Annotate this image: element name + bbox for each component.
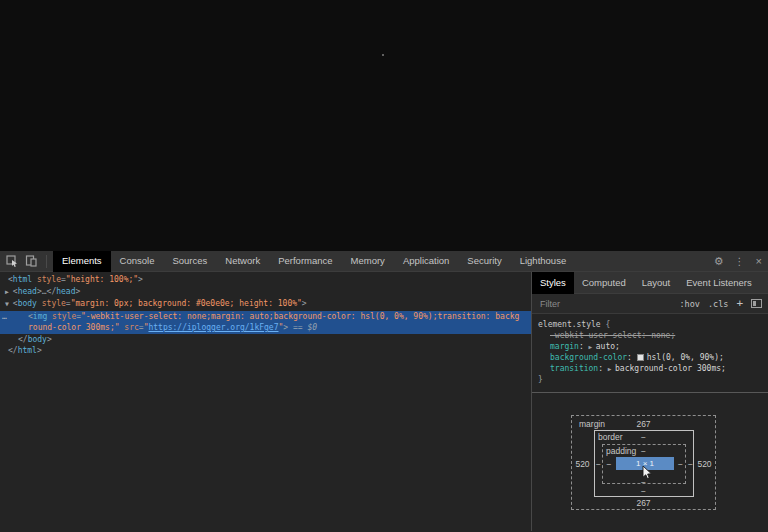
more-actions-icon[interactable]: … bbox=[2, 311, 8, 323]
settings-icon[interactable]: ⚙ bbox=[714, 251, 724, 272]
css-declaration[interactable]: -webkit-user-select: none; bbox=[538, 330, 762, 341]
padding-top-value[interactable]: − bbox=[571, 446, 716, 456]
devtools-tabs: ElementsConsoleSourcesNetworkPerformance… bbox=[53, 251, 575, 272]
css-declaration[interactable]: background-color: hsl(0, 0%, 90%); bbox=[538, 352, 762, 363]
styles-filter-row: :hov .cls + bbox=[532, 294, 768, 314]
padding-left-value[interactable]: − bbox=[602, 459, 616, 469]
expand-value-icon[interactable]: ▶ bbox=[608, 365, 615, 372]
rule-close-brace: } bbox=[538, 374, 762, 385]
tab-lighthouse[interactable]: Lighthouse bbox=[511, 251, 575, 272]
page-viewport bbox=[0, 0, 768, 251]
tab-elements[interactable]: Elements bbox=[53, 251, 111, 272]
rendered-image-dot bbox=[382, 54, 384, 56]
color-swatch[interactable] bbox=[637, 354, 644, 361]
devtools-toolbar: ElementsConsoleSourcesNetworkPerformance… bbox=[0, 251, 768, 272]
tab-performance[interactable]: Performance bbox=[269, 251, 341, 272]
sidebar-section-divider bbox=[532, 392, 768, 393]
box-model-diagram: 1 × 1 margin border padding 267 − − − − … bbox=[571, 415, 716, 511]
tab--[interactable]: » bbox=[760, 272, 768, 294]
dom-tree-row[interactable]: </body> bbox=[0, 334, 531, 346]
element-classes-toggle[interactable]: .cls bbox=[708, 299, 728, 309]
rule-declarations: -webkit-user-select: none;margin: ▶ auto… bbox=[538, 330, 762, 374]
tab-network[interactable]: Network bbox=[216, 251, 269, 272]
toolbar-divider bbox=[46, 255, 47, 268]
device-toolbar-icon[interactable] bbox=[25, 255, 37, 267]
tab-memory[interactable]: Memory bbox=[342, 251, 394, 272]
devtools-panel: ElementsConsoleSourcesNetworkPerformance… bbox=[0, 251, 768, 532]
tab-security[interactable]: Security bbox=[458, 251, 510, 272]
filter-actions: :hov .cls + bbox=[679, 297, 762, 310]
tab-computed[interactable]: Computed bbox=[574, 272, 634, 294]
sidebar-layout-toggle-icon[interactable] bbox=[751, 299, 762, 308]
toolbar-left-icons bbox=[0, 255, 53, 268]
dom-tree-row[interactable]: ▼ <body style="margin: 0px; background: … bbox=[0, 298, 531, 311]
close-icon[interactable]: × bbox=[756, 251, 762, 272]
dom-tree-row[interactable]: <html style="height: 100%;"> bbox=[0, 274, 531, 286]
rule-selector-line[interactable]: element.style { bbox=[538, 319, 762, 330]
dom-tree-row[interactable]: …<img style="-webkit-user-select: none;m… bbox=[0, 311, 531, 323]
margin-top-value[interactable]: 267 bbox=[571, 419, 716, 429]
toolbar-right-icons: ⚙ ⋮ × bbox=[714, 251, 762, 272]
css-declaration[interactable]: margin: ▶ auto; bbox=[538, 341, 762, 352]
dom-tree-row[interactable]: round-color 300ms;" src="https://iplogge… bbox=[0, 322, 531, 334]
styles-sidebar: StylesComputedLayoutEvent Listeners» :ho… bbox=[531, 272, 768, 531]
new-style-rule-icon[interactable]: + bbox=[736, 297, 743, 310]
more-options-icon[interactable]: ⋮ bbox=[735, 251, 745, 272]
margin-bottom-value[interactable]: 267 bbox=[571, 498, 716, 508]
border-top-value[interactable]: − bbox=[571, 432, 716, 442]
element-style-rule: element.style { -webkit-user-select: non… bbox=[532, 314, 768, 387]
margin-left-value[interactable]: 520 bbox=[571, 459, 594, 469]
tab-sources[interactable]: Sources bbox=[163, 251, 216, 272]
css-declaration[interactable]: transition: ▶ background-color 300ms; bbox=[538, 363, 762, 374]
tab-styles[interactable]: Styles bbox=[532, 272, 574, 294]
dom-tree: <html style="height: 100%;">▶ <head>…</h… bbox=[0, 274, 531, 357]
margin-right-value[interactable]: 520 bbox=[693, 459, 716, 469]
inspect-element-icon[interactable] bbox=[6, 255, 18, 267]
tab-application[interactable]: Application bbox=[394, 251, 458, 272]
tab-console[interactable]: Console bbox=[111, 251, 164, 272]
expand-value-icon[interactable]: ▶ bbox=[589, 343, 596, 350]
dom-tree-row[interactable]: </html> bbox=[0, 345, 531, 357]
border-bottom-value[interactable]: − bbox=[571, 486, 716, 496]
mouse-cursor-icon bbox=[641, 465, 654, 482]
styles-filter-input[interactable] bbox=[538, 298, 679, 310]
tab-event-listeners[interactable]: Event Listeners bbox=[678, 272, 759, 294]
pseudo-state-toggle[interactable]: :hov bbox=[679, 299, 699, 309]
tab-layout[interactable]: Layout bbox=[634, 272, 679, 294]
dom-tree-row[interactable]: ▶ <head>…</head> bbox=[0, 286, 531, 299]
sidebar-tabs: StylesComputedLayoutEvent Listeners» bbox=[532, 272, 768, 294]
elements-panel: <html style="height: 100%;">▶ <head>…</h… bbox=[0, 272, 531, 531]
